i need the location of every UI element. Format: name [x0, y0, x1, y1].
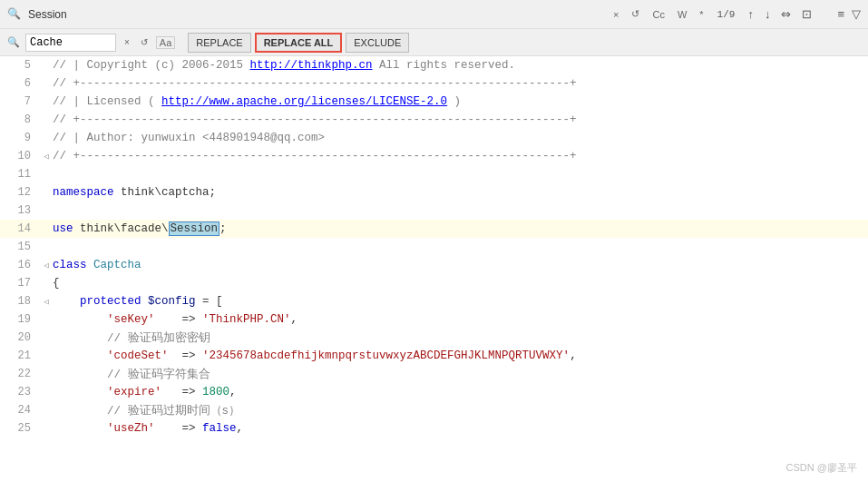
- table-row: 15: [0, 238, 868, 256]
- table-row: 20 // 验证码加密密钥: [0, 329, 868, 347]
- line-number: 16: [7, 259, 40, 271]
- table-row: 5 // | Copyright (c) 2006-2015 http://th…: [0, 56, 868, 74]
- filter-icon-button[interactable]: ▽: [852, 7, 861, 21]
- table-row: 11: [0, 165, 868, 183]
- table-row: 8 // +----------------------------------…: [0, 111, 868, 129]
- line-number: 5: [7, 59, 40, 72]
- line-number: 9: [7, 132, 40, 144]
- line-number: 13: [7, 204, 40, 217]
- title-bar: 🔍 Session × ↺ Cc W * 1/9 ↑ ↓ ⇔ ⊡ ≡ ▽: [0, 0, 868, 29]
- table-row: 17 {: [0, 274, 868, 292]
- code-text: 'useZh' => false,: [53, 422, 243, 435]
- cc-button[interactable]: Cc: [649, 8, 667, 21]
- code-text: // +------------------------------------…: [53, 113, 577, 126]
- line-number: 6: [7, 77, 40, 90]
- search-field-icon: 🔍: [7, 36, 20, 48]
- table-row: 7 // | Licensed ( http://www.apache.org/…: [0, 93, 868, 111]
- search-input[interactable]: [25, 34, 116, 52]
- nav-down-button[interactable]: ↓: [763, 7, 773, 21]
- table-row: 18 ◁ protected $config = [: [0, 292, 868, 310]
- table-row: 14 use think\facade\Session;: [0, 220, 868, 238]
- table-row: 10 ◁ // +-------------------------------…: [0, 147, 868, 165]
- action-buttons: REPLACE REPLACE ALL EXCLUDE: [188, 33, 409, 53]
- table-row: 9 // | Author: yunwuxin <448901948@qq.co…: [0, 129, 868, 147]
- code-text: use think\facade\Session;: [53, 222, 227, 235]
- code-text: 'codeSet' => '2345678abcdefhijkmnpqrstuv…: [53, 349, 577, 362]
- table-row: 21 'codeSet' => '2345678abcdefhijkmnpqrs…: [0, 347, 868, 365]
- nav-wrap-button[interactable]: ⇔: [779, 7, 793, 21]
- table-row: 6 // +----------------------------------…: [0, 74, 868, 93]
- fold-icon[interactable]: ◁: [40, 261, 53, 271]
- nav-extra-button[interactable]: ⊡: [800, 7, 814, 21]
- window-title: Session: [28, 8, 67, 21]
- search-small-icon: 🔍: [7, 7, 21, 21]
- watermark: CSDN @廖圣平: [786, 461, 857, 475]
- code-text: // | Licensed ( http://www.apache.org/li…: [53, 95, 461, 108]
- table-row: 16 ◁ class Captcha: [0, 256, 868, 274]
- star-button[interactable]: *: [697, 8, 706, 21]
- table-row: 13: [0, 202, 868, 220]
- code-text: // 验证码加密密钥: [53, 330, 210, 346]
- table-row: 24 // 验证码过期时间（s）: [0, 401, 868, 419]
- exclude-button[interactable]: EXCLUDE: [346, 33, 409, 53]
- code-text: 'expire' => 1800,: [53, 386, 237, 398]
- restore-button[interactable]: ↺: [629, 7, 642, 21]
- w-button[interactable]: W: [675, 8, 689, 21]
- menu-icon-button[interactable]: ≡: [837, 7, 844, 21]
- line-number: 14: [7, 222, 40, 235]
- table-row: 22 // 验证码字符集合: [0, 365, 868, 383]
- line-number: 17: [7, 277, 40, 290]
- nav-counter: 1/9: [717, 9, 736, 20]
- replace-button[interactable]: REPLACE: [188, 33, 250, 53]
- table-row: 23 'expire' => 1800,: [0, 383, 868, 401]
- search-match: Session: [169, 221, 220, 236]
- line-number: 8: [7, 113, 40, 126]
- code-text: // | Copyright (c) 2006-2015 http://thin…: [53, 59, 515, 72]
- code-text: // 验证码过期时间（s）: [53, 403, 240, 418]
- search-case-button[interactable]: Aa: [156, 36, 175, 49]
- search-clear-button[interactable]: ×: [122, 36, 132, 48]
- line-number: 10: [7, 150, 40, 162]
- code-text: // +------------------------------------…: [53, 150, 577, 162]
- search-history-button[interactable]: ↺: [138, 36, 151, 48]
- fold-icon[interactable]: ◁: [40, 152, 53, 162]
- code-text: {: [53, 277, 60, 290]
- code-text: class Captcha: [53, 259, 141, 271]
- search-bar: 🔍 × ↺ Aa REPLACE REPLACE ALL EXCLUDE: [0, 29, 868, 56]
- line-number: 21: [7, 349, 40, 362]
- replace-all-button[interactable]: REPLACE ALL: [255, 33, 343, 53]
- table-row: 25 'useZh' => false,: [0, 419, 868, 438]
- line-number: 20: [7, 331, 40, 344]
- code-text: 'seKey' => 'ThinkPHP.CN',: [53, 313, 297, 326]
- line-number: 23: [7, 386, 40, 398]
- table-row: 12 namespace think\captcha;: [0, 183, 868, 202]
- table-row: 19 'seKey' => 'ThinkPHP.CN',: [0, 310, 868, 329]
- code-text: // +------------------------------------…: [53, 77, 577, 90]
- line-number: 7: [7, 95, 40, 108]
- code-text: protected $config = [: [53, 295, 223, 308]
- line-number: 25: [7, 422, 40, 435]
- line-number: 11: [7, 168, 40, 181]
- code-text: // 验证码字符集合: [53, 367, 210, 382]
- code-text: namespace think\captcha;: [53, 186, 216, 199]
- line-number: 24: [7, 404, 40, 417]
- line-number: 15: [7, 241, 40, 253]
- line-number: 22: [7, 368, 40, 380]
- close-button[interactable]: ×: [610, 8, 621, 21]
- line-number: 18: [7, 295, 40, 308]
- nav-up-button[interactable]: ↑: [746, 7, 756, 21]
- line-number: 19: [7, 313, 40, 326]
- line-number: 12: [7, 186, 40, 199]
- code-text: // | Author: yunwuxin <448901948@qq.com>: [53, 132, 325, 144]
- editor-area: 5 // | Copyright (c) 2006-2015 http://th…: [0, 56, 868, 482]
- fold-icon[interactable]: ◁: [40, 297, 53, 307]
